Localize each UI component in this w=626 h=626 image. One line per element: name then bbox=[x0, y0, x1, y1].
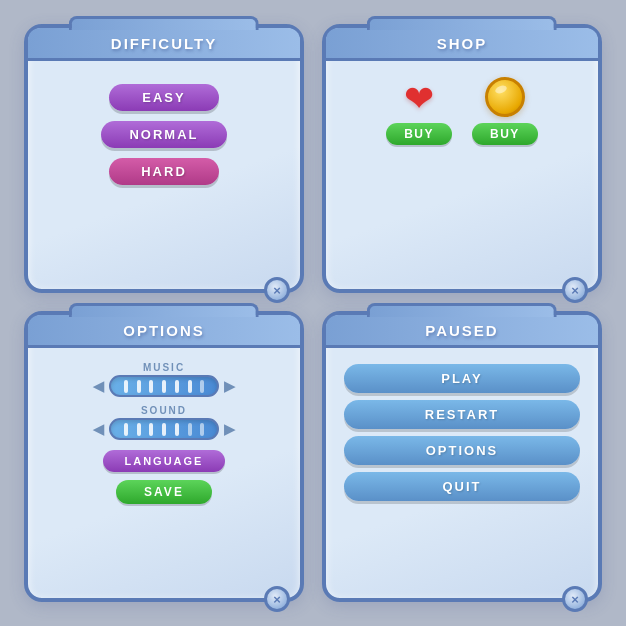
stk-7 bbox=[200, 423, 204, 436]
play-button[interactable]: PLAY bbox=[344, 364, 580, 393]
shop-title-bar: SHOP bbox=[326, 28, 598, 61]
stk-6 bbox=[188, 423, 192, 436]
tick-7 bbox=[200, 380, 204, 393]
sound-right-arrow[interactable]: ▶ bbox=[224, 421, 235, 437]
paused-title-bar: PAUSED bbox=[326, 315, 598, 348]
stk-1 bbox=[124, 423, 128, 436]
paused-buttons: PLAY RESTART OPTIONS QUIT bbox=[326, 358, 598, 509]
paused-close-button[interactable]: × bbox=[562, 586, 588, 612]
sound-slider-bar[interactable] bbox=[109, 418, 219, 440]
hard-button[interactable]: HARD bbox=[109, 158, 219, 185]
close-icon: × bbox=[273, 284, 281, 297]
shop-notch bbox=[367, 16, 557, 30]
buy-coin-button[interactable]: BUY bbox=[472, 123, 538, 145]
difficulty-close-button[interactable]: × bbox=[264, 277, 290, 303]
music-slider-bar[interactable] bbox=[109, 375, 219, 397]
tick-1 bbox=[124, 380, 128, 393]
music-left-arrow[interactable]: ◀ bbox=[93, 378, 104, 394]
options-body: MUSIC ◀ ▶ SOUND bbox=[28, 358, 300, 504]
tick-4 bbox=[162, 380, 166, 393]
shop-close-button[interactable]: × bbox=[562, 277, 588, 303]
difficulty-title: DIFFICULTY bbox=[111, 35, 217, 52]
buy-heart-button[interactable]: BUY bbox=[386, 123, 452, 145]
easy-button[interactable]: EASY bbox=[109, 84, 219, 111]
paused-notch bbox=[367, 303, 557, 317]
shop-items: ❤ BUY BUY bbox=[326, 71, 598, 149]
sound-slider-row: SOUND ◀ ▶ bbox=[44, 405, 284, 440]
options-title: OPTIONS bbox=[123, 322, 205, 339]
sound-label: SOUND bbox=[141, 405, 187, 416]
sound-track-row: ◀ ▶ bbox=[93, 418, 235, 440]
options-notch bbox=[69, 303, 259, 317]
close-icon: × bbox=[571, 593, 579, 606]
difficulty-panel: DIFFICULTY EASY NORMAL HARD × bbox=[24, 24, 304, 293]
options-panel: OPTIONS MUSIC ◀ ▶ bbox=[24, 311, 304, 602]
save-button[interactable]: SAVE bbox=[116, 480, 212, 504]
stk-5 bbox=[175, 423, 179, 436]
tick-5 bbox=[175, 380, 179, 393]
normal-button[interactable]: NORMAL bbox=[101, 121, 226, 148]
close-icon: × bbox=[571, 284, 579, 297]
paused-panel: PAUSED PLAY RESTART OPTIONS QUIT × bbox=[322, 311, 602, 602]
shop-title: SHOP bbox=[437, 35, 488, 52]
options-close-button[interactable]: × bbox=[264, 586, 290, 612]
stk-3 bbox=[149, 423, 153, 436]
stk-4 bbox=[162, 423, 166, 436]
sound-left-arrow[interactable]: ◀ bbox=[93, 421, 104, 437]
paused-title: PAUSED bbox=[425, 322, 498, 339]
tick-6 bbox=[188, 380, 192, 393]
music-track-row: ◀ ▶ bbox=[93, 375, 235, 397]
coin-shine bbox=[494, 84, 508, 95]
quit-button[interactable]: QUIT bbox=[344, 472, 580, 501]
stk-2 bbox=[137, 423, 141, 436]
close-icon: × bbox=[273, 593, 281, 606]
difficulty-title-bar: DIFFICULTY bbox=[28, 28, 300, 61]
options-title-bar: OPTIONS bbox=[28, 315, 300, 348]
difficulty-notch bbox=[69, 16, 259, 30]
shop-item-coin: BUY bbox=[472, 77, 538, 145]
music-label: MUSIC bbox=[143, 362, 185, 373]
shop-panel: SHOP ❤ BUY BUY × bbox=[322, 24, 602, 293]
options-button[interactable]: OPTIONS bbox=[344, 436, 580, 465]
language-button[interactable]: LANGUAGE bbox=[103, 450, 226, 472]
heart-icon: ❤ bbox=[404, 81, 434, 117]
tick-2 bbox=[137, 380, 141, 393]
shop-item-heart: ❤ BUY bbox=[386, 81, 452, 145]
coin-icon bbox=[485, 77, 525, 117]
restart-button[interactable]: RESTART bbox=[344, 400, 580, 429]
difficulty-buttons: EASY NORMAL HARD bbox=[28, 71, 300, 200]
tick-3 bbox=[149, 380, 153, 393]
music-right-arrow[interactable]: ▶ bbox=[224, 378, 235, 394]
music-slider-row: MUSIC ◀ ▶ bbox=[44, 362, 284, 397]
